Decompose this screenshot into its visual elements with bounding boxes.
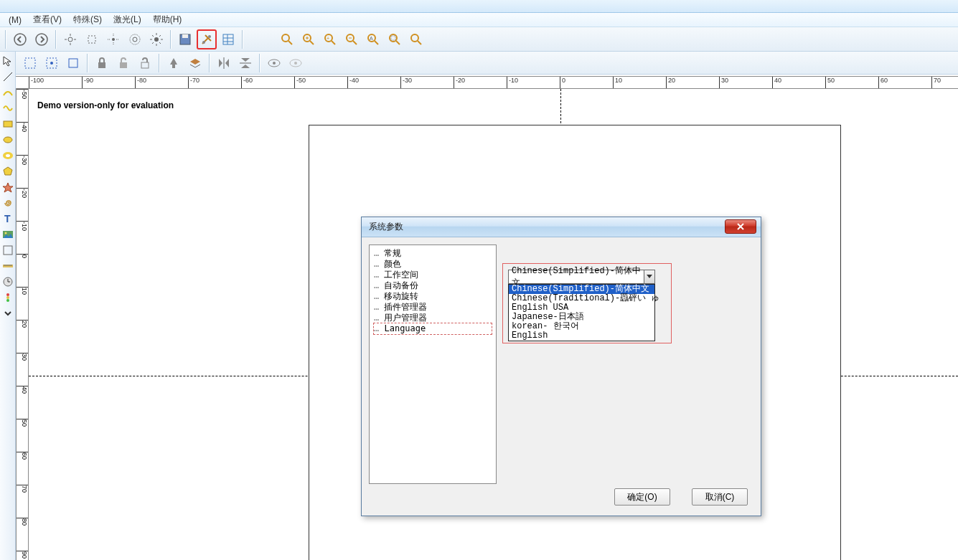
svg-line-35 [310,41,314,44]
curve2-tool[interactable] [1,102,14,115]
select-rect2-button[interactable] [42,53,62,73]
svg-point-27 [202,41,205,44]
language-combo[interactable]: Chinese(Simplified)-简体中文 [508,270,655,284]
svg-point-15 [154,37,159,42]
zoom-all-button[interactable] [385,29,405,49]
tree-item[interactable]: … 颜色 [374,259,492,270]
tree-item[interactable]: … 用户管理器 [374,313,492,323]
cancel-button[interactable]: 取消(C) [692,488,748,506]
lock-button[interactable] [92,53,112,73]
light1-button[interactable] [60,29,80,49]
mirror-v-button[interactable] [235,53,255,73]
text-tool[interactable]: T [1,212,14,225]
arc-tool[interactable] [1,181,14,194]
language-option[interactable]: English [509,331,654,341]
ruler-tool[interactable] [1,260,14,272]
tree-item[interactable]: … 自动备份 [374,280,492,291]
menu-m[interactable]: (M) [3,14,27,27]
ruler-tick-v: 90 [17,551,28,559]
ruler-tick-v: -20 [17,188,28,198]
svg-point-14 [130,34,140,44]
ellipse-tool[interactable] [1,133,14,146]
zoom-fit-button[interactable] [277,29,297,49]
select-rect-button[interactable] [20,53,40,73]
ruler-tick-v: 20 [17,320,28,328]
zoom-actual-button[interactable]: A [363,29,383,49]
svg-text:T: T [4,213,11,224]
ruler-tick: -20 [454,77,465,88]
language-listbox[interactable]: Chinese(Simplified)-简体中文Chinese(Traditio… [508,284,655,341]
hide-button[interactable] [286,53,306,73]
ok-button[interactable]: 确定(O) [614,488,670,506]
traffic-tool[interactable] [1,291,14,304]
ruler-tick: -40 [347,77,359,88]
svg-point-54 [50,62,53,65]
ruler-tick: 50 [825,77,835,88]
svg-point-13 [133,37,137,42]
pointer-tool[interactable] [1,54,14,67]
svg-point-72 [4,232,6,234]
light4-button[interactable] [125,29,145,49]
mirror-h-button[interactable] [214,53,234,73]
polyline-tool[interactable] [1,149,14,162]
curve-tool[interactable] [1,86,14,99]
spiral-tool[interactable] [1,196,14,209]
light3-button[interactable] [103,29,123,49]
back-button[interactable] [10,29,30,49]
zoom-out-button[interactable] [342,29,362,49]
settings-tree[interactable]: … 常规… 颜色… 工作空间… 自动备份… 移动旋转… 插件管理器… 用户管理器… [369,245,497,484]
ruler-tick: 0 [560,77,565,88]
tree-item[interactable]: … 插件管理器 [374,302,492,313]
tree-item[interactable]: … 常规 [374,248,492,259]
svg-rect-57 [120,62,127,68]
tree-item[interactable]: … 工作空间 [374,270,492,280]
menu-special[interactable]: 特殊(S) [67,12,108,27]
light2-button[interactable] [82,29,102,49]
hatch-tool[interactable] [1,244,14,257]
zoom-in-button[interactable] [299,29,319,49]
show-button[interactable] [264,53,284,73]
ruler-tick: -10 [507,77,518,88]
save-button[interactable] [175,29,195,49]
more-tool[interactable] [1,307,14,320]
toolbar-2 [0,52,958,75]
menu-view[interactable]: 查看(V) [27,12,67,27]
light5-button[interactable] [146,29,166,49]
table-button[interactable] [218,29,238,49]
menu-help[interactable]: 帮助(H) [147,12,188,27]
zoom-in2-button[interactable]: + [320,29,340,49]
svg-point-69 [6,154,10,157]
image-tool[interactable] [1,228,14,241]
left-toolbar: T [0,52,16,560]
svg-point-62 [273,62,276,65]
ruler-tick: -90 [82,77,93,88]
tree-item[interactable]: … Language [373,323,492,335]
clock-tool[interactable] [1,275,14,288]
select-box-button[interactable] [63,53,83,73]
tree-item[interactable]: … 移动旋转 [374,291,492,302]
layer-button[interactable] [185,53,205,73]
lock-open-button[interactable] [135,53,155,73]
arrow-up-button[interactable] [164,53,184,73]
svg-point-85 [6,296,9,299]
line-tool[interactable] [1,70,14,83]
menu-laser[interactable]: 激光(L) [108,12,147,27]
zoom-sel-button[interactable] [406,29,426,49]
dialog-close-button[interactable] [725,219,756,234]
rect-tool[interactable] [1,118,14,130]
svg-rect-56 [98,62,105,68]
svg-line-33 [288,41,292,44]
ruler-tick: -50 [294,77,306,88]
svg-line-48 [396,41,400,44]
ruler-tick: -60 [241,77,253,88]
svg-point-67 [4,137,12,143]
forward-button[interactable] [32,29,52,49]
svg-rect-25 [182,34,188,38]
svg-line-23 [152,42,154,44]
svg-rect-73 [4,246,12,255]
dialog-titlebar[interactable]: 系统参数 [362,217,761,237]
polygon-tool[interactable] [1,165,14,178]
chevron-down-icon[interactable] [644,270,654,283]
settings-button[interactable] [197,29,217,49]
unlock-button[interactable] [113,53,133,73]
